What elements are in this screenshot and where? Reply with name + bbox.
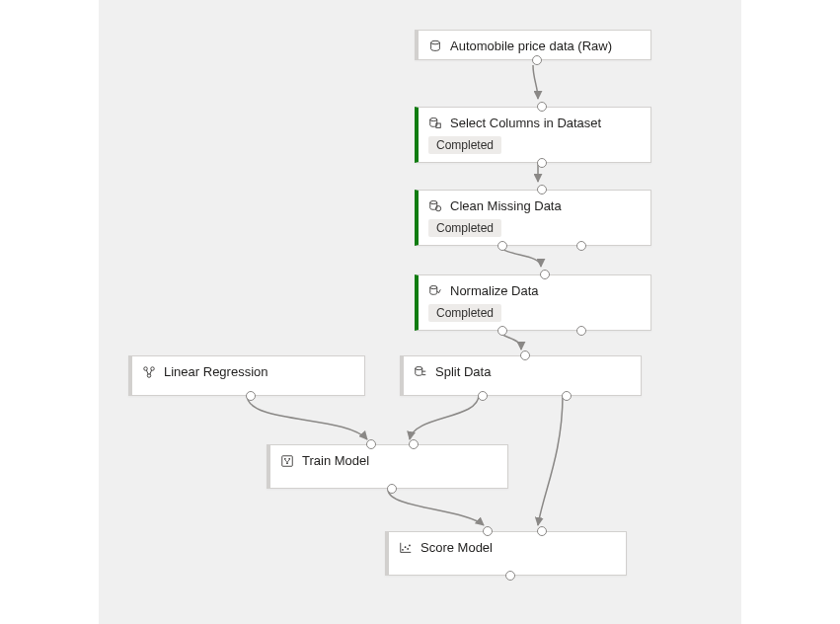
svg-point-6 — [416, 366, 422, 369]
node-clean-missing-data[interactable]: Clean Missing Data Completed — [415, 190, 651, 246]
output-port-1[interactable] — [497, 326, 507, 336]
node-title: Split Data — [435, 364, 491, 379]
status-badge: Completed — [428, 136, 501, 154]
train-model-icon — [280, 454, 294, 468]
svg-point-0 — [431, 40, 440, 44]
output-port-2[interactable] — [576, 241, 586, 251]
node-normalize-data[interactable]: Normalize Data Completed — [415, 274, 651, 331]
dataset-split-icon — [414, 365, 427, 379]
svg-point-1 — [430, 117, 437, 120]
input-port[interactable] — [537, 185, 547, 195]
node-score-model[interactable]: Score Model — [385, 531, 627, 576]
svg-point-13 — [286, 462, 288, 464]
status-badge: Completed — [428, 304, 501, 322]
svg-rect-10 — [282, 455, 293, 466]
input-port-2[interactable] — [537, 526, 547, 536]
output-port-2[interactable] — [576, 326, 586, 336]
node-title: Clean Missing Data — [450, 198, 562, 213]
output-port[interactable] — [387, 484, 397, 494]
node-title: Select Columns in Dataset — [450, 116, 601, 130]
output-port[interactable] — [532, 55, 542, 65]
dataset-select-icon — [428, 117, 442, 130]
output-port[interactable] — [246, 391, 256, 401]
node-automobile-raw[interactable]: Automobile price data (Raw) — [415, 30, 651, 60]
svg-point-15 — [405, 546, 407, 548]
dataset-normalize-icon — [428, 284, 442, 298]
node-train-model[interactable]: Train Model — [267, 444, 508, 489]
svg-point-11 — [284, 457, 286, 459]
svg-point-3 — [430, 200, 437, 203]
dataset-clean-icon — [428, 199, 442, 213]
node-title: Automobile price data (Raw) — [450, 39, 612, 53]
status-badge: Completed — [428, 219, 501, 237]
output-port[interactable] — [537, 158, 547, 168]
node-linear-regression[interactable]: Linear Regression — [128, 355, 365, 396]
input-port[interactable] — [540, 270, 550, 279]
node-title: Normalize Data — [450, 283, 539, 298]
algorithm-icon — [142, 365, 156, 379]
input-port[interactable] — [520, 351, 530, 360]
input-port-1[interactable] — [483, 526, 493, 536]
svg-point-17 — [409, 544, 411, 546]
input-port-2[interactable] — [409, 439, 419, 449]
node-title: Score Model — [420, 540, 493, 555]
pipeline-canvas[interactable]: Automobile price data (Raw) Select Colum… — [99, 0, 741, 624]
database-icon — [428, 39, 442, 53]
output-port-1[interactable] — [478, 391, 488, 401]
node-title: Train Model — [302, 453, 369, 468]
input-port-1[interactable] — [366, 439, 376, 449]
svg-point-16 — [407, 548, 409, 550]
svg-point-14 — [402, 548, 404, 550]
node-title: Linear Regression — [164, 364, 268, 379]
node-split-data[interactable]: Split Data — [400, 355, 642, 396]
svg-point-12 — [288, 457, 290, 459]
output-port-1[interactable] — [497, 241, 507, 251]
input-port[interactable] — [537, 102, 547, 112]
output-port[interactable] — [505, 571, 515, 581]
node-select-columns[interactable]: Select Columns in Dataset Completed — [415, 107, 651, 163]
output-port-2[interactable] — [562, 391, 572, 401]
score-model-icon — [399, 541, 413, 555]
svg-point-5 — [430, 285, 437, 288]
